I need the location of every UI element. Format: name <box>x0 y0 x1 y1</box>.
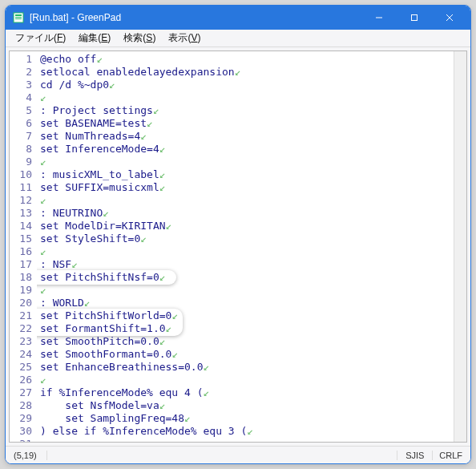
code-line[interactable]: set InferenceMode=4↙ <box>40 143 454 156</box>
vertical-scrollbar[interactable] <box>454 51 466 442</box>
return-mark-icon: ↙ <box>40 245 46 257</box>
app-icon <box>12 11 25 24</box>
line-number: 26 <box>10 374 32 386</box>
return-mark-icon: ↙ <box>159 399 166 411</box>
code-text: : WORLD <box>40 297 84 309</box>
line-number: 19 <box>10 284 32 297</box>
code-line[interactable]: set PitchShiftWorld=0↙ <box>40 309 454 322</box>
code-text: : musicXML_to_label <box>40 168 159 180</box>
code-line[interactable]: @echo off↙ <box>40 53 454 66</box>
line-number: 11 <box>10 181 32 194</box>
code-line[interactable]: set SUFFIX=musicxml↙ <box>40 181 454 194</box>
return-mark-icon: ↙ <box>235 66 241 78</box>
editor-window: [Run.bat] - GreenPad ファイル(F) 編集(E) 検索(S)… <box>5 5 471 464</box>
line-number: 17 <box>10 258 32 271</box>
code-line[interactable]: setlocal enabledelayedexpansion↙ <box>40 66 454 79</box>
menu-view[interactable]: 表示(V) <box>162 30 207 46</box>
code-line[interactable]: if %InferenceMode% equ 4 (↙ <box>40 386 454 399</box>
minimize-button[interactable] <box>361 6 397 29</box>
code-line[interactable]: ↙ <box>40 91 454 104</box>
code-line[interactable]: set NsfModel=va↙ <box>40 399 454 412</box>
line-number: 3 <box>10 79 32 91</box>
line-number-gutter: 1234567891011121314151617181920212223242… <box>10 51 37 442</box>
line-number: 4 <box>10 91 32 104</box>
menu-edit[interactable]: 編集(E) <box>72 30 117 46</box>
line-number: 23 <box>10 335 32 348</box>
statusbar: (5,19) SJIS CRLF <box>6 446 470 463</box>
code-text: : NSF <box>40 258 71 270</box>
line-number: 22 <box>10 322 32 335</box>
line-number: 13 <box>10 207 32 220</box>
code-line[interactable]: set BASENAME=test↙ <box>40 117 454 130</box>
code-line[interactable]: set StyleShift=0↙ <box>40 232 454 245</box>
code-line[interactable]: set EnhanceBreathiness=0.0↙ <box>40 361 454 374</box>
code-line[interactable]: ↙ <box>40 156 454 168</box>
return-mark-icon: ↙ <box>140 130 147 142</box>
code-text: cd /d %~dp0 <box>40 79 109 91</box>
code-line[interactable]: set SmoothPitch=0.0↙ <box>40 335 454 348</box>
code-line[interactable]: ↙ <box>40 284 454 297</box>
return-mark-icon: ↙ <box>40 156 46 168</box>
code-line[interactable]: cd /d %~dp0↙ <box>40 79 454 91</box>
code-line[interactable]: set PitchShiftNsf=0↙ <box>40 271 454 284</box>
menu-file[interactable]: ファイル(F) <box>9 30 72 46</box>
menubar: ファイル(F) 編集(E) 検索(S) 表示(V) <box>6 30 470 47</box>
line-number: 30 <box>10 425 32 438</box>
line-number: 15 <box>10 232 32 245</box>
return-mark-icon: ↙ <box>159 335 166 347</box>
status-eol[interactable]: CRLF <box>432 451 469 460</box>
return-mark-icon: ↙ <box>71 258 78 270</box>
code-line[interactable]: ↙ <box>40 245 454 258</box>
return-mark-icon: ↙ <box>184 412 191 424</box>
code-line[interactable]: set FormantShift=1.0↙ <box>40 322 454 335</box>
return-mark-icon: ↙ <box>159 143 166 155</box>
code-text: set PitchShiftWorld=0 <box>40 309 171 321</box>
svg-rect-3 <box>15 18 22 19</box>
code-text: : Project settings <box>40 104 153 116</box>
return-mark-icon: ↙ <box>171 348 178 360</box>
editor-area[interactable]: 1234567891011121314151617181920212223242… <box>9 51 467 443</box>
line-number: 1 <box>10 53 32 66</box>
code-line[interactable]: : Project settings↙ <box>40 104 454 117</box>
return-mark-icon: ↙ <box>40 374 46 386</box>
code-text: if %InferenceMode% equ 4 ( <box>40 386 204 398</box>
code-line[interactable]: set ModelDir=KIRITAN↙ <box>40 220 454 232</box>
svg-rect-2 <box>15 17 22 18</box>
return-mark-icon: ↙ <box>159 168 166 180</box>
code-text: set SmoothPitch=0.0 <box>40 335 159 347</box>
code-content[interactable]: @echo off↙setlocal enabledelayedexpansio… <box>37 51 454 442</box>
code-line[interactable]: set SmoothFormant=0.0↙ <box>40 348 454 361</box>
code-text: set BASENAME=test <box>40 117 147 129</box>
line-number: 21 <box>10 309 32 322</box>
return-mark-icon: ↙ <box>103 207 109 219</box>
maximize-button[interactable] <box>397 6 432 29</box>
line-number: 27 <box>10 386 32 399</box>
code-line[interactable]: ) else if %InferenceMode% equ 3 (↙ <box>40 425 454 438</box>
code-line[interactable]: ↙ <box>40 194 454 207</box>
line-number: 28 <box>10 399 32 412</box>
return-mark-icon: ↙ <box>140 232 147 245</box>
return-mark-icon: ↙ <box>166 322 172 334</box>
code-line[interactable]: : NSF↙ <box>40 258 454 271</box>
return-mark-icon: ↙ <box>247 425 253 437</box>
code-line[interactable]: : WORLD↙ <box>40 297 454 309</box>
line-number: 16 <box>10 245 32 258</box>
close-button[interactable] <box>432 6 467 29</box>
titlebar[interactable]: [Run.bat] - GreenPad <box>6 6 470 30</box>
code-text: set EnhanceBreathiness=0.0 <box>40 361 204 373</box>
code-text: setlocal enabledelayedexpansion <box>40 66 235 78</box>
return-mark-icon: ↙ <box>109 79 115 91</box>
code-line[interactable]: : musicXML_to_label↙ <box>40 168 454 181</box>
code-line[interactable]: set SamplingFreq=48↙ <box>40 412 454 425</box>
line-number: 12 <box>10 194 32 207</box>
code-line[interactable]: ↙ <box>40 374 454 386</box>
code-text: @echo off <box>40 53 96 65</box>
window-title: [Run.bat] - GreenPad <box>30 12 361 23</box>
code-line[interactable]: : NEUTRINO↙ <box>40 207 454 220</box>
code-line[interactable]: set NumThreads=4↙ <box>40 130 454 143</box>
menu-search[interactable]: 検索(S) <box>117 30 162 46</box>
line-number: 31 <box>10 438 32 443</box>
return-mark-icon: ↙ <box>40 284 46 296</box>
line-number: 9 <box>10 156 32 168</box>
status-encoding[interactable]: SJIS <box>397 451 432 460</box>
